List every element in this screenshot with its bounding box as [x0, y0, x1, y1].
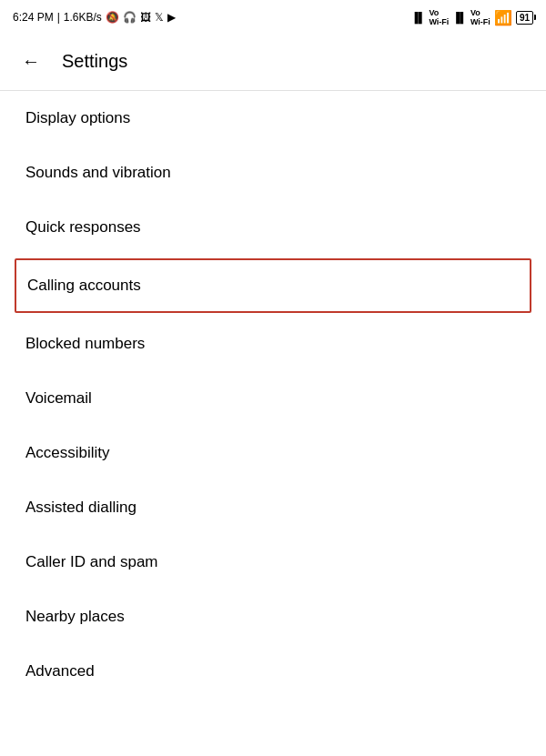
back-arrow-icon: ← [22, 51, 40, 72]
settings-item-label-blocked-numbers: Blocked numbers [25, 335, 145, 352]
youtube-icon: ▶ [167, 11, 176, 24]
settings-item-blocked-numbers[interactable]: Blocked numbers [0, 317, 546, 371]
page-title: Settings [62, 51, 127, 72]
app-bar: ← Settings [0, 33, 546, 91]
settings-item-label-advanced: Advanced [25, 662, 95, 680]
screenshot-icon: 🖼 [140, 11, 151, 24]
settings-item-label-sounds-and-vibration: Sounds and vibration [25, 164, 171, 181]
settings-list: Display optionsSounds and vibrationQuick… [0, 91, 546, 699]
status-bar: 6:24 PM | 1.6KB/s 🔕 🎧 🖼 𝕏 ▶ ▐▌ VoWi-Fi ▐… [0, 0, 546, 33]
status-left: 6:24 PM | 1.6KB/s 🔕 🎧 🖼 𝕏 ▶ [13, 11, 176, 24]
settings-item-accessibility[interactable]: Accessibility [0, 426, 546, 480]
network-speed: 1.6KB/s [64, 11, 102, 24]
vowifi-2-icon: VoWi-Fi [470, 8, 490, 26]
wifi-icon: 📶 [494, 9, 512, 26]
settings-item-label-accessibility: Accessibility [25, 444, 110, 461]
settings-item-quick-responses[interactable]: Quick responses [0, 200, 546, 255]
vowifi-icon: VoWi-Fi [429, 8, 449, 26]
back-button[interactable]: ← [15, 45, 47, 78]
mute-icon: 🔕 [106, 11, 119, 24]
settings-item-assisted-dialling[interactable]: Assisted dialling [0, 480, 546, 535]
settings-item-advanced[interactable]: Advanced [0, 644, 546, 699]
settings-item-voicemail[interactable]: Voicemail [0, 371, 546, 426]
settings-item-calling-accounts[interactable]: Calling accounts [15, 258, 531, 313]
status-right: ▐▌ VoWi-Fi ▐▌ VoWi-Fi 📶 91 [411, 8, 533, 26]
settings-item-caller-id-and-spam[interactable]: Caller ID and spam [0, 535, 546, 590]
settings-item-label-voicemail: Voicemail [25, 389, 92, 407]
settings-item-label-quick-responses: Quick responses [25, 218, 141, 236]
settings-item-sounds-and-vibration[interactable]: Sounds and vibration [0, 146, 546, 200]
settings-item-nearby-places[interactable]: Nearby places [0, 590, 546, 644]
signal-bars-icon: ▐▌ [411, 12, 426, 23]
headset-icon: 🎧 [123, 11, 136, 24]
settings-item-label-assisted-dialling: Assisted dialling [25, 499, 136, 516]
settings-item-label-display-options: Display options [25, 109, 130, 126]
time-display: 6:24 PM [13, 11, 54, 24]
battery-indicator: 91 [516, 11, 533, 25]
settings-item-label-calling-accounts: Calling accounts [27, 277, 141, 294]
signal-bars-2-icon: ▐▌ [452, 12, 467, 23]
settings-item-label-nearby-places: Nearby places [25, 608, 125, 625]
settings-item-display-options[interactable]: Display options [0, 91, 546, 146]
twitter-icon: 𝕏 [155, 11, 164, 24]
speed-display: | [57, 11, 60, 24]
settings-item-label-caller-id-and-spam: Caller ID and spam [25, 553, 158, 570]
